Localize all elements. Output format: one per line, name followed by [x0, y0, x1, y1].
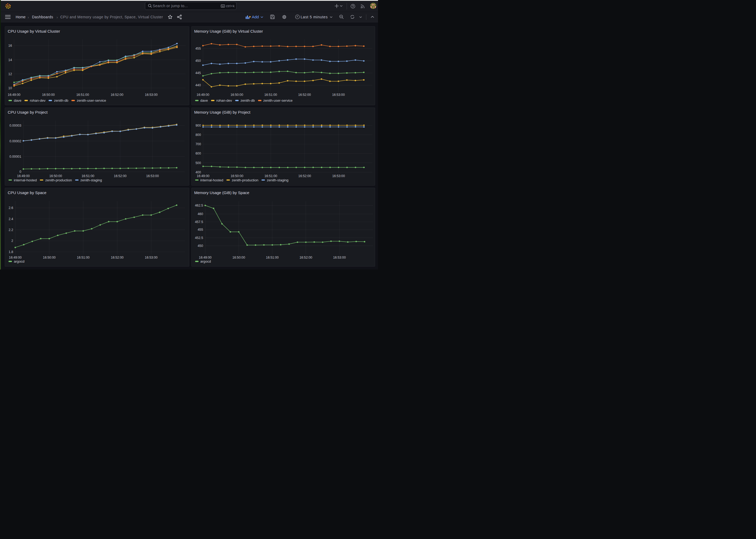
svg-text:16:53:00: 16:53:00: [332, 174, 345, 178]
svg-text:2.2: 2.2: [9, 228, 13, 232]
svg-text:16:52:00: 16:52:00: [111, 256, 124, 260]
svg-text:16:50:00: 16:50:00: [232, 256, 245, 260]
svg-text:16:52:00: 16:52:00: [300, 256, 312, 260]
svg-text:16:53:00: 16:53:00: [145, 256, 158, 260]
svg-text:16:49:00: 16:49:00: [8, 93, 21, 97]
svg-text:0.00003: 0.00003: [10, 124, 22, 127]
svg-text:16:49:00: 16:49:00: [17, 174, 30, 178]
svg-text:2: 2: [11, 239, 13, 243]
svg-text:12: 12: [8, 72, 12, 76]
svg-text:462.5: 462.5: [195, 204, 203, 207]
svg-text:16:49:00: 16:49:00: [9, 256, 22, 260]
svg-text:0: 0: [19, 170, 21, 174]
svg-text:16:52:00: 16:52:00: [111, 93, 123, 97]
svg-text:16:49:00: 16:49:00: [199, 256, 212, 260]
svg-text:16:50:00: 16:50:00: [42, 93, 55, 97]
svg-text:460: 460: [197, 212, 203, 216]
svg-text:457.5: 457.5: [195, 220, 203, 224]
svg-text:450: 450: [197, 244, 203, 248]
svg-text:455: 455: [195, 47, 201, 50]
svg-text:10: 10: [8, 86, 12, 90]
svg-text:440: 440: [195, 83, 201, 87]
svg-text:16: 16: [8, 44, 12, 47]
svg-text:16:51:00: 16:51:00: [266, 256, 278, 260]
svg-text:600: 600: [195, 152, 201, 155]
svg-text:16:51:00: 16:51:00: [264, 93, 277, 97]
svg-text:0.00001: 0.00001: [10, 155, 22, 158]
svg-text:16:50:00: 16:50:00: [43, 256, 56, 260]
svg-text:1.8: 1.8: [9, 250, 13, 254]
svg-text:16:53:00: 16:53:00: [333, 256, 346, 260]
svg-text:16:51:00: 16:51:00: [264, 174, 277, 178]
svg-text:14: 14: [8, 58, 12, 62]
svg-text:500: 500: [195, 161, 201, 165]
svg-text:0.00002: 0.00002: [10, 139, 22, 143]
svg-text:2.6: 2.6: [9, 206, 13, 210]
svg-text:16:49:00: 16:49:00: [197, 174, 209, 178]
svg-text:16:53:00: 16:53:00: [145, 93, 158, 97]
svg-text:16:51:00: 16:51:00: [76, 93, 89, 97]
svg-text:16:50:00: 16:50:00: [49, 174, 62, 178]
svg-text:16:53:00: 16:53:00: [332, 93, 345, 97]
svg-text:16:52:00: 16:52:00: [114, 174, 127, 178]
svg-text:450: 450: [195, 59, 201, 63]
svg-text:2.4: 2.4: [9, 217, 13, 221]
svg-text:16:52:00: 16:52:00: [298, 93, 311, 97]
svg-text:800: 800: [195, 133, 201, 137]
svg-text:16:50:00: 16:50:00: [231, 93, 243, 97]
svg-text:16:50:00: 16:50:00: [231, 174, 243, 178]
svg-text:16:53:00: 16:53:00: [146, 174, 159, 178]
svg-text:452.5: 452.5: [195, 236, 203, 240]
svg-text:16:51:00: 16:51:00: [77, 256, 90, 260]
svg-text:16:49:00: 16:49:00: [196, 93, 209, 97]
svg-text:400: 400: [195, 170, 201, 174]
svg-text:455: 455: [197, 228, 203, 232]
svg-text:445: 445: [195, 71, 201, 75]
svg-text:16:52:00: 16:52:00: [298, 174, 311, 178]
svg-text:16:51:00: 16:51:00: [82, 174, 94, 178]
svg-text:700: 700: [195, 142, 201, 146]
svg-text:900: 900: [195, 123, 201, 127]
